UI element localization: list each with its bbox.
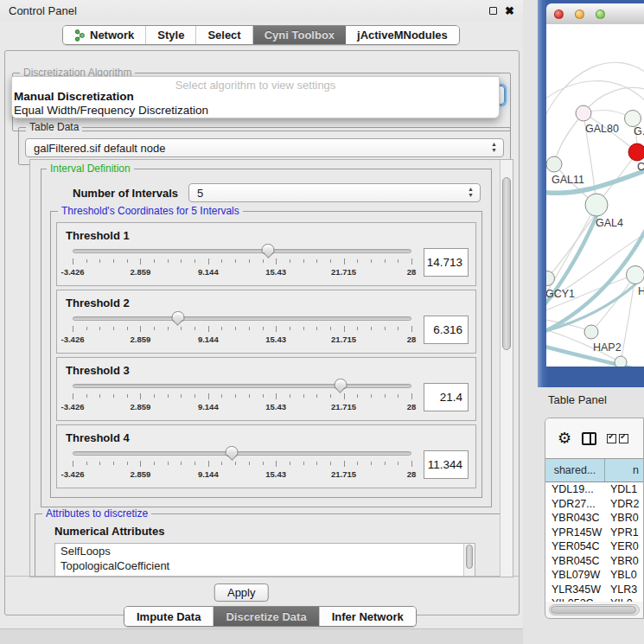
threshold-panel-2: Threshold 2-3.4262.8599.14415.4321.71528…	[56, 290, 476, 354]
column-header-name[interactable]: n	[605, 459, 643, 481]
table-data-combobox[interactable]: galFiltered.sif default node ▲▼	[25, 138, 504, 157]
threshold-slider[interactable]: -3.4262.8599.14415.4321.71528	[73, 446, 411, 482]
tab-jactivemnodules[interactable]: jActiveMNodules	[346, 26, 459, 44]
slider-track[interactable]	[73, 384, 411, 388]
tab-cyni-toolbox[interactable]: Cyni Toolbox	[253, 26, 346, 44]
network-edge[interactable]	[591, 275, 635, 332]
tab-style[interactable]: Style	[146, 26, 196, 44]
table-row[interactable]: YIL052CYIL0	[545, 596, 643, 602]
network-node-g[interactable]	[625, 111, 641, 127]
cell-shared-name[interactable]: YLR345W	[545, 583, 605, 596]
top-tab-bar: Network Style Select Cyni Toolbox jActiv…	[62, 25, 460, 45]
cell-shared-name[interactable]: YPR145W	[545, 526, 605, 539]
slider-thumb[interactable]	[334, 379, 347, 389]
cell-shared-name[interactable]: YBR043C	[545, 512, 605, 524]
list-vertical-scrollbar[interactable]	[463, 544, 475, 577]
network-edge[interactable]	[546, 81, 644, 106]
list-scrollbar-thumb[interactable]	[466, 545, 473, 569]
horizontal-scrollbar-thumb[interactable]	[551, 606, 636, 614]
threshold-value-field[interactable]: 6.316	[424, 316, 469, 344]
slider-thumb[interactable]	[262, 244, 275, 254]
cell-name[interactable]: YLR3	[605, 583, 643, 596]
numerical-attributes-list[interactable]: SelfLoopsTopologicalCoefficientBetweenne…	[54, 543, 475, 577]
cell-name[interactable]: YDL1	[605, 483, 643, 495]
number-of-intervals-combobox[interactable]: 5 ▲▼	[188, 183, 481, 202]
cell-name[interactable]: YPR1	[605, 526, 643, 539]
table-row[interactable]: YBR045CYBR0	[545, 554, 643, 569]
cell-name[interactable]: YER0	[605, 540, 643, 552]
attribute-list-item[interactable]: TopologicalCoefficient	[55, 558, 475, 573]
table-row[interactable]: YER054CYER0	[545, 539, 643, 554]
control-panel-titlebar: Control Panel ✖	[0, 0, 523, 21]
threshold-value-field[interactable]: 21.4	[424, 383, 469, 411]
threshold-slider[interactable]: -3.4262.8599.14415.4321.71528	[73, 244, 411, 280]
network-node[interactable]	[615, 356, 627, 367]
checkbox-icons[interactable]	[607, 434, 628, 443]
slider-track[interactable]	[73, 451, 411, 456]
network-node-gal4[interactable]	[585, 194, 608, 216]
zoom-traffic-light-icon[interactable]	[596, 10, 605, 19]
table-row[interactable]: YDL19...YDL1	[545, 482, 643, 497]
cell-name[interactable]: YDR2	[605, 498, 643, 510]
network-window-titlebar[interactable]	[546, 3, 644, 24]
slider-track[interactable]	[73, 316, 411, 321]
close-icon[interactable]: ✖	[505, 5, 514, 16]
tab-infer-network[interactable]: Infer Network	[320, 607, 416, 626]
table-row[interactable]: YPR145WYPR1	[545, 526, 643, 540]
network-edge[interactable]	[583, 88, 644, 113]
cell-name[interactable]: YBR0	[605, 512, 643, 524]
algorithm-option-equal-width[interactable]: Equal Width/Frequency Discretization	[14, 104, 208, 117]
float-window-icon[interactable]	[489, 7, 497, 15]
tab-impute-data[interactable]: Impute Data	[124, 607, 214, 626]
attribute-list-item[interactable]: SelfLoops	[55, 544, 475, 558]
table-row[interactable]: YDR27...YDR2	[545, 497, 643, 512]
slider-tick-labels: -3.4262.8599.14415.4321.71528	[73, 267, 411, 277]
threshold-slider[interactable]: -3.4262.8599.14415.4321.71528	[73, 379, 411, 415]
network-edge[interactable]	[554, 113, 583, 164]
apply-button[interactable]: Apply	[214, 583, 269, 602]
cell-shared-name[interactable]: YDR27...	[545, 498, 605, 510]
cell-name[interactable]: YBL0	[605, 569, 643, 581]
close-traffic-light-icon[interactable]	[554, 10, 564, 19]
network-node-hap2[interactable]	[584, 325, 598, 339]
slider-track[interactable]	[73, 249, 411, 253]
cell-shared-name[interactable]: YDL19...	[545, 483, 605, 495]
network-node-label: C	[637, 161, 644, 173]
split-columns-icon[interactable]	[582, 432, 596, 445]
threshold-panels: Threshold 1-3.4262.8599.14415.4321.71528…	[56, 222, 476, 488]
gear-icon[interactable]: ⚙	[558, 430, 571, 446]
table-row[interactable]: YBL079WYBL0	[545, 568, 643, 583]
network-canvas[interactable]: GAL80G.CGAL11GAL4GCY1HHAP2	[546, 24, 644, 367]
algorithm-option-manual[interactable]: Manual Discretization	[14, 90, 134, 103]
cell-name[interactable]: YIL0	[605, 597, 643, 602]
table-row[interactable]: YBR043CYBR0	[545, 511, 643, 526]
network-node-gcy1[interactable]	[546, 271, 555, 286]
horizontal-scrollbar[interactable]	[549, 604, 640, 615]
slider-thumb[interactable]	[226, 446, 239, 456]
number-of-intervals-row: Number of Intervals 5 ▲▼	[50, 183, 482, 202]
tab-discretize-data[interactable]: Discretize Data	[214, 607, 319, 626]
cell-shared-name[interactable]: YBR045C	[545, 555, 605, 567]
cell-shared-name[interactable]: YIL052C	[545, 597, 605, 602]
threshold-slider[interactable]: -3.4262.8599.14415.4321.71528	[73, 311, 411, 348]
cyni-toolbox-panel: Discretization Algorithm ▲▼ Table Data g…	[4, 50, 520, 615]
network-node-gal11[interactable]	[546, 156, 562, 172]
table-row[interactable]: YLR345WYLR3	[545, 583, 643, 597]
tab-select[interactable]: Select	[196, 26, 252, 44]
scrollbar-thumb[interactable]	[502, 177, 511, 350]
cell-shared-name[interactable]: YER054C	[545, 540, 605, 552]
checkbox-checked-icon[interactable]	[619, 434, 628, 443]
column-header-shared[interactable]: shared...	[545, 459, 605, 481]
network-node-h[interactable]	[627, 266, 644, 284]
cell-shared-name[interactable]: YBL079W	[545, 569, 605, 581]
network-node-gal80[interactable]	[576, 105, 591, 121]
vertical-scrollbar[interactable]	[500, 160, 513, 577]
minimize-traffic-light-icon[interactable]	[575, 10, 584, 19]
checkbox-checked-icon[interactable]	[607, 434, 616, 443]
slider-thumb[interactable]	[171, 311, 184, 322]
cell-name[interactable]: YBR0	[605, 555, 643, 567]
threshold-value-field[interactable]: 11.344	[424, 450, 469, 479]
tab-network[interactable]: Network	[63, 26, 146, 44]
threshold-value-field[interactable]: 14.713	[424, 248, 469, 277]
network-node-c[interactable]	[628, 143, 644, 161]
